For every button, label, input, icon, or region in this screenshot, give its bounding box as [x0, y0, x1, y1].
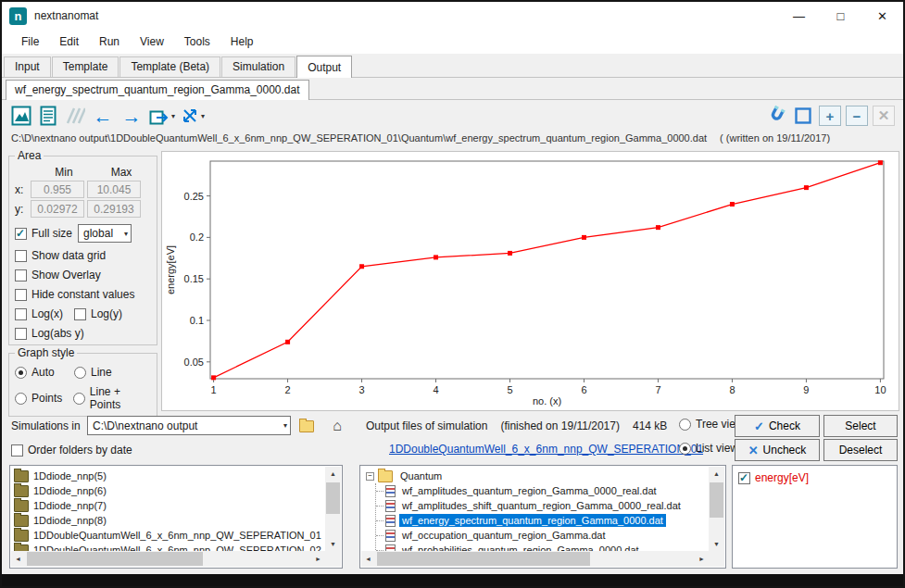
menu-file[interactable]: File — [11, 30, 49, 54]
file-item[interactable]: wf_energy_spectrum_quantum_region_Gamma_… — [376, 513, 725, 528]
full-size-checkbox[interactable]: Full size — [15, 227, 72, 240]
folder-item[interactable]: 1Ddiode_nnp(6) — [14, 483, 338, 498]
folder-icon — [14, 530, 29, 542]
tree-children: wf_amplitudes_quantum_region_Gamma_0000_… — [375, 483, 725, 557]
scrollbar-thumb[interactable] — [710, 482, 723, 518]
vertical-scrollbar[interactable]: ▲ ▼ — [325, 467, 341, 551]
waterfall-icon[interactable] — [64, 104, 86, 128]
zoom-reset-icon[interactable]: ✕ — [873, 106, 895, 126]
menu-view[interactable]: View — [130, 30, 174, 54]
show-overlay-checkbox[interactable]: Show Overlay — [15, 269, 101, 281]
export-icon[interactable]: ▾ — [148, 104, 175, 128]
legend-energy-checkbox[interactable]: energy[eV] — [738, 471, 891, 484]
maximize-button[interactable]: □ — [820, 2, 861, 30]
line-label: Line — [91, 366, 112, 379]
text-view-icon[interactable] — [37, 104, 59, 128]
scope-value: global — [83, 227, 113, 240]
file-item[interactable]: wf_amplitudes_quantum_region_Gamma_0000_… — [376, 483, 725, 498]
back-icon[interactable]: ← — [91, 104, 115, 128]
tab-output[interactable]: Output — [296, 56, 352, 78]
file-item[interactable]: wf_amplitudes_shift_quantum_region_Gamma… — [376, 498, 725, 513]
checkbox-box — [738, 472, 750, 484]
menu-help[interactable]: Help — [220, 30, 264, 54]
graph-style-line-points-radio[interactable]: Line + Points — [73, 385, 153, 411]
scroll-down-icon[interactable]: ▼ — [709, 537, 724, 551]
show-data-grid-checkbox[interactable]: Show data grid — [15, 249, 106, 262]
folder-item[interactable]: 1Ddiode_nnp(7) — [14, 498, 338, 513]
output-file-tree[interactable]: − Quantum wf_amplitudes_quantum_region_G… — [359, 465, 726, 569]
zoom-window-icon[interactable] — [792, 104, 814, 128]
browse-folder-button[interactable] — [296, 416, 321, 436]
tree-folder-name: Quantum — [397, 469, 445, 482]
scroll-right-icon[interactable]: ► — [311, 551, 325, 567]
tab-template-beta[interactable]: Template (Beta) — [119, 56, 220, 77]
select-button[interactable]: Select — [823, 415, 898, 437]
horizontal-scrollbar[interactable]: ◄ ► — [361, 551, 709, 567]
scope-select[interactable]: global ▾ — [78, 224, 132, 243]
finished-on-label: (finished on 19/11/2017) — [500, 419, 620, 432]
tab-template[interactable]: Template — [52, 56, 119, 77]
x-min-input[interactable] — [31, 181, 84, 198]
horizontal-scrollbar[interactable]: ◄ ► — [11, 551, 325, 567]
simulations-path-select[interactable]: C:\D\nextnano output ▾ — [87, 416, 291, 435]
folder-list-items: 1Ddiode_nnp(5) 1Ddiode_nnp(6) 1Ddiode_nn… — [10, 466, 342, 560]
folder-item[interactable]: 1Ddiode_nnp(5) — [14, 469, 338, 483]
fit-zoom-caret-icon[interactable]: ▾ — [201, 112, 205, 120]
file-item[interactable]: wf_occupation_quantum_region_Gamma.dat — [376, 528, 725, 543]
scrollbar-thumb[interactable] — [27, 552, 203, 566]
scroll-left-icon[interactable]: ◄ — [11, 551, 25, 567]
scroll-right-icon[interactable]: ► — [695, 551, 709, 567]
main-tabs: Input Template Template (Beta) Simulatio… — [2, 54, 903, 78]
scroll-left-icon[interactable]: ◄ — [361, 551, 375, 567]
log-y-checkbox[interactable]: Log(y) — [74, 307, 122, 320]
tab-simulation[interactable]: Simulation — [221, 56, 295, 77]
order-folders-checkbox[interactable]: Order folders by date — [11, 444, 132, 457]
zoom-out-icon[interactable]: − — [846, 106, 868, 126]
zoom-in-icon[interactable]: + — [819, 106, 841, 126]
order-folders-label: Order folders by date — [28, 444, 132, 457]
folder-item[interactable]: 1DDoubleQuantumWell_6_x_6nm_nnp_QW_SEPER… — [14, 528, 338, 543]
minimize-button[interactable]: — — [778, 2, 820, 30]
collapse-icon[interactable]: − — [366, 472, 374, 481]
y-max-input[interactable] — [87, 200, 141, 218]
fit-zoom-icon[interactable]: ▾ — [180, 104, 205, 128]
check-button[interactable]: ✓ Check — [735, 415, 820, 437]
menu-edit[interactable]: Edit — [49, 30, 89, 54]
log-abs-y-checkbox[interactable]: Log(abs y) — [15, 327, 84, 340]
graph-style-line-radio[interactable]: Line — [74, 366, 112, 379]
scroll-down-icon[interactable]: ▼ — [325, 537, 341, 551]
scroll-up-icon[interactable]: ▲ — [709, 467, 724, 481]
area-title: Area — [15, 149, 44, 162]
app-logo-icon: n — [9, 7, 27, 25]
folder-item[interactable]: 1Ddiode_nnp(8) — [14, 513, 338, 528]
scroll-up-icon[interactable]: ▲ — [325, 467, 341, 481]
magnet-icon[interactable] — [765, 104, 787, 128]
forward-icon[interactable]: → — [119, 104, 144, 128]
home-button[interactable]: ⌂ — [325, 416, 349, 436]
vertical-scrollbar[interactable]: ▲ ▼ — [709, 467, 724, 551]
scrollbar-thumb[interactable] — [377, 552, 590, 566]
close-button[interactable]: ✕ — [861, 2, 903, 30]
scrollbar-thumb[interactable] — [326, 482, 340, 514]
tab-input[interactable]: Input — [4, 56, 51, 77]
list-view-radio[interactable]: List view — [679, 442, 738, 455]
graph-style-points-radio[interactable]: Points — [15, 392, 73, 405]
svg-text:10: 10 — [874, 384, 886, 395]
menu-run[interactable]: Run — [89, 30, 130, 54]
x-max-input[interactable] — [87, 181, 141, 198]
hide-constant-values-checkbox[interactable]: Hide constant values — [15, 288, 134, 301]
checkbox-box — [15, 308, 27, 320]
graph-style-auto-radio[interactable]: Auto — [15, 366, 74, 379]
deselect-button[interactable]: Deselect — [823, 439, 898, 461]
export-caret-icon[interactable]: ▾ — [171, 112, 175, 120]
simulation-folder-list[interactable]: 1Ddiode_nnp(5) 1Ddiode_nnp(6) 1Ddiode_nn… — [9, 465, 343, 569]
tree-folder-row[interactable]: − Quantum — [366, 469, 725, 483]
uncheck-button[interactable]: ✕ Uncheck — [735, 439, 820, 461]
menu-tools[interactable]: Tools — [174, 30, 220, 54]
tab-open-file[interactable]: wf_energy_spectrum_quantum_region_Gamma_… — [6, 80, 309, 100]
y-min-input[interactable] — [31, 200, 84, 218]
chart-area[interactable]: 123456789100.050.10.150.20.25no. (x)ener… — [161, 151, 899, 411]
log-x-checkbox[interactable]: Log(x) — [15, 307, 74, 320]
simulation-link[interactable]: 1DDoubleQuantumWell_6_x_6nm_nnp_QW_SEPER… — [389, 443, 703, 456]
plot-view-icon[interactable] — [10, 104, 32, 128]
